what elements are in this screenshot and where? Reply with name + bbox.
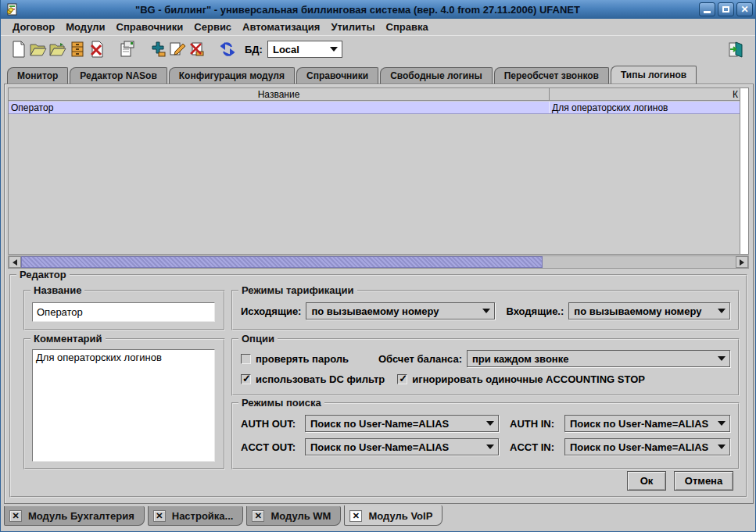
login-types-panel: Название К Оператор Для операторских лог… (4, 84, 754, 504)
close-tab-icon[interactable]: ✕ (9, 510, 22, 522)
archive-drawers-icon (70, 41, 85, 58)
open-contract-icon (49, 41, 66, 57)
close-tab-icon[interactable]: ✕ (252, 510, 264, 522)
vertical-scrollbar-track[interactable] (740, 88, 748, 254)
menu-service[interactable]: Сервис (188, 20, 237, 34)
new-document-button[interactable] (9, 39, 28, 59)
scrollbar-thumb[interactable] (21, 256, 543, 268)
column-header-comment[interactable]: К (550, 88, 740, 100)
exit-button[interactable] (726, 39, 746, 59)
bottom-tab-label: Настройка... (172, 510, 234, 522)
add-item-button[interactable] (148, 39, 167, 59)
close-tab-icon[interactable]: ✕ (153, 510, 166, 522)
login-types-table: Название К Оператор Для операторских лог… (8, 87, 749, 255)
acct-in-select[interactable]: Поиск по User-Name=ALIAS (564, 438, 730, 455)
outgoing-select[interactable]: по вызываемому номеру (306, 302, 495, 320)
delete-item-button[interactable] (187, 39, 206, 59)
copy-document-icon (119, 41, 136, 58)
arrow-right-icon (740, 259, 747, 266)
close-tab-icon[interactable]: ✕ (349, 510, 362, 522)
titlebar: "BG - биллинг" - универсальная биллингов… (1, 0, 755, 19)
dc-filter-label: использовать DC фильтр (256, 373, 385, 385)
comment-textarea[interactable]: Для операторских логинов (32, 349, 215, 462)
dc-filter-checkbox[interactable] (241, 374, 251, 384)
delete-document-button[interactable] (87, 39, 106, 59)
tab-monitor[interactable]: Монитор (7, 67, 68, 84)
bottom-tab-label: Модуль WM (271, 510, 331, 522)
incoming-select[interactable]: по вызываемому номеру (568, 302, 730, 320)
auth-out-select[interactable]: Поиск по User-Name=ALIAS (305, 415, 499, 432)
check-password-checkbox[interactable] (241, 354, 251, 364)
acct-out-select[interactable]: Поиск по User-Name=ALIAS (305, 438, 499, 455)
bottom-tab-voip-module[interactable]: ✕ Модуль VoIP (344, 505, 442, 526)
menu-contract[interactable]: Договор (7, 20, 60, 34)
open-folder-button[interactable] (28, 39, 48, 59)
tab-login-types[interactable]: Типы логинов (611, 66, 697, 84)
menu-utilities[interactable]: Утилиты (325, 20, 380, 34)
bottom-tab-accounting-module[interactable]: ✕ Модуль Бухгалтерия (4, 506, 145, 526)
application-window: "BG - биллинг" - универсальная биллингов… (0, 0, 756, 532)
module-panel: Монитор Редактор NASов Конфигурация моду… (4, 66, 754, 505)
column-header-name[interactable]: Название (9, 88, 550, 100)
scroll-right-button[interactable] (736, 256, 748, 268)
incoming-label: Входящие.: (506, 305, 564, 317)
tariff-modes-group: Режимы тарификации Исходящие: по вызывае… (231, 290, 740, 330)
name-group: Название (23, 290, 225, 330)
auth-out-select-value: Поиск по User-Name=ALIAS (310, 418, 449, 430)
ignore-single-stop-checkbox[interactable] (397, 374, 407, 384)
horizontal-scrollbar (8, 255, 749, 269)
auth-in-label: AUTH IN: (510, 418, 555, 430)
ok-button[interactable]: Ок (627, 471, 666, 491)
window-title: "BG - биллинг" - универсальная биллингов… (19, 4, 697, 16)
chevron-down-icon (718, 445, 726, 453)
tab-call-recalc[interactable]: Переобсчет звонков (494, 67, 609, 84)
auth-in-select[interactable]: Поиск по User-Name=ALIAS (564, 415, 730, 432)
tab-nas-editor[interactable]: Редактор NASов (70, 67, 167, 84)
search-modes-group: Режимы поиска AUTH OUT: Поиск по User-Na… (231, 402, 740, 470)
cancel-button[interactable]: Отмена (674, 471, 733, 491)
bottom-tab-settings[interactable]: ✕ Настройка... (148, 506, 244, 526)
cell-name: Оператор (9, 102, 550, 113)
minimize-button[interactable] (699, 2, 715, 16)
copy-document-button[interactable] (117, 39, 137, 59)
maximize-button[interactable] (718, 2, 734, 16)
menu-modules[interactable]: Модули (60, 20, 110, 34)
bottom-tab-wm-module[interactable]: ✕ Модуль WM (246, 506, 341, 526)
tab-module-config[interactable]: Конфигурация модуля (169, 67, 295, 84)
acct-in-select-value: Поиск по User-Name=ALIAS (570, 441, 708, 453)
db-select[interactable]: Local (267, 41, 342, 58)
add-item-icon (149, 41, 167, 58)
search-modes-legend: Режимы поиска (238, 397, 324, 409)
edit-item-button[interactable] (167, 39, 187, 59)
scrollbar-track[interactable] (21, 256, 736, 268)
tab-free-logins[interactable]: Свободные логины (380, 67, 493, 84)
archive-drawers-button[interactable] (67, 39, 87, 59)
balance-select[interactable]: при каждом звонке (467, 350, 730, 367)
name-input[interactable] (32, 302, 215, 322)
refresh-icon (220, 41, 235, 58)
acct-out-select-value: Поиск по User-Name=ALIAS (310, 441, 449, 453)
scroll-left-button[interactable] (9, 256, 21, 268)
delete-item-icon (188, 41, 206, 58)
chevron-down-icon (486, 421, 494, 430)
refresh-button[interactable] (217, 39, 237, 59)
chevron-down-icon (486, 445, 494, 453)
options-group: Опции проверять пароль Обсчет баланса: п… (231, 338, 740, 396)
auth-in-select-value: Поиск по User-Name=ALIAS (570, 418, 708, 430)
bottom-tab-label: Модуль VoIP (368, 510, 432, 522)
menu-help[interactable]: Справка (381, 20, 434, 34)
open-contract-button[interactable] (48, 39, 67, 59)
close-icon: ✕ (740, 5, 748, 14)
menu-automation[interactable]: Автоматизация (237, 20, 325, 34)
options-legend: Опции (238, 333, 278, 345)
chevron-down-icon (482, 309, 490, 317)
toolbar: БД: Local (1, 36, 755, 62)
cell-comment: Для операторских логинов (550, 102, 740, 113)
close-button[interactable]: ✕ (736, 2, 753, 16)
table-row[interactable]: Оператор Для операторских логинов (9, 102, 740, 114)
acct-out-label: ACCT OUT: (241, 441, 296, 453)
db-select-value: Local (273, 44, 299, 55)
tab-directories[interactable]: Справочники (296, 67, 378, 84)
menu-directories[interactable]: Справочники (111, 20, 189, 34)
menubar: Договор Модули Справочники Сервис Автома… (1, 19, 755, 36)
